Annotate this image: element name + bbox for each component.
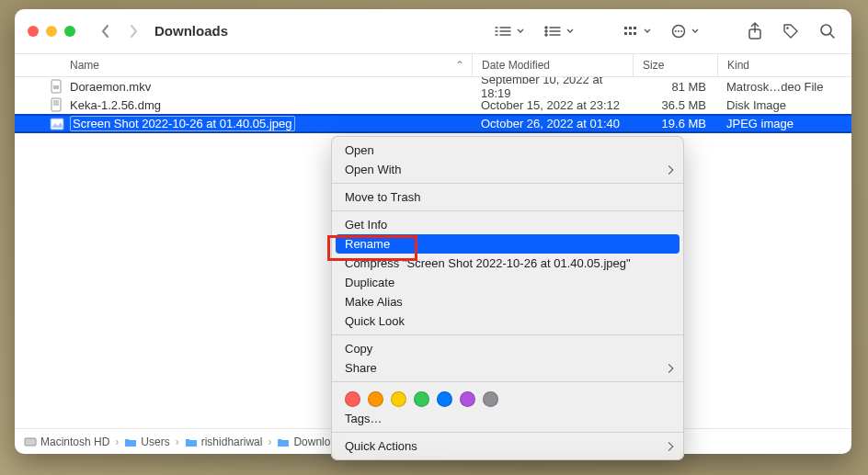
menu-share[interactable]: Share xyxy=(332,358,683,378)
svg-rect-13 xyxy=(629,27,632,29)
crumb-label: rishidhariwal xyxy=(201,435,263,448)
context-menu: Open Open With Move to Trash Get Info Re… xyxy=(331,136,684,460)
chevron-down-icon xyxy=(644,28,651,34)
menu-separator xyxy=(332,183,683,184)
svg-point-10 xyxy=(545,34,547,36)
column-header-date[interactable]: Date Modified xyxy=(472,54,633,76)
disk-icon xyxy=(24,435,37,448)
sort-asc-icon: ⌃ xyxy=(455,59,464,72)
file-size: 81 MB xyxy=(633,80,717,94)
file-name: Keka-1.2.56.dmg xyxy=(70,98,161,112)
menu-quick-look[interactable]: Quick Look xyxy=(332,311,683,331)
file-kind: Matrosk…deo File xyxy=(717,80,851,94)
column-header-kind[interactable]: Kind xyxy=(717,54,851,76)
column-name-label: Name xyxy=(70,59,99,72)
path-crumb[interactable]: rishidhariwal xyxy=(185,435,263,448)
svg-rect-12 xyxy=(624,27,627,29)
file-row-selected[interactable]: Screen Shot 2022-10-26 at 01.40.05.jpeg … xyxy=(15,114,851,133)
file-kind: JPEG image xyxy=(717,117,851,130)
zoom-button[interactable] xyxy=(64,26,75,37)
svg-line-25 xyxy=(830,34,834,38)
file-row[interactable]: Keka-1.2.56.dmg October 15, 2022 at 23:1… xyxy=(15,96,851,114)
menu-label: Quick Actions xyxy=(345,439,417,453)
menu-open-with[interactable]: Open With xyxy=(332,160,683,179)
close-button[interactable] xyxy=(28,26,39,37)
search-button[interactable] xyxy=(813,18,842,44)
menu-make-alias[interactable]: Make Alias xyxy=(332,292,683,311)
menu-duplicate[interactable]: Duplicate xyxy=(332,273,683,292)
file-date: September 10, 2022 at 18:19 xyxy=(472,77,633,100)
menu-quick-actions[interactable]: Quick Actions xyxy=(332,436,683,456)
path-crumb[interactable]: Users xyxy=(124,435,169,448)
menu-copy[interactable]: Copy xyxy=(332,339,683,358)
menu-separator xyxy=(332,381,683,382)
image-file-icon xyxy=(50,117,64,131)
share-button[interactable] xyxy=(741,18,769,44)
toolbar: Downloads xyxy=(15,9,851,53)
folder-icon xyxy=(185,435,198,448)
file-date: October 26, 2022 at 01:40 xyxy=(472,117,633,130)
chevron-down-icon xyxy=(517,28,524,34)
tag-yellow[interactable] xyxy=(391,391,406,407)
menu-label: Quick Look xyxy=(345,314,405,328)
menu-rename[interactable]: Rename xyxy=(336,234,680,254)
folder-icon xyxy=(124,435,137,448)
svg-rect-27 xyxy=(53,85,59,89)
back-button[interactable] xyxy=(96,21,116,41)
menu-separator xyxy=(332,334,683,335)
menu-open[interactable]: Open xyxy=(332,141,683,160)
svg-point-23 xyxy=(786,27,788,28)
tag-orange[interactable] xyxy=(368,391,383,407)
file-size: 19.6 MB xyxy=(633,117,717,130)
svg-rect-14 xyxy=(634,27,636,29)
svg-point-6 xyxy=(545,27,547,28)
menu-label: Get Info xyxy=(345,218,387,232)
svg-rect-15 xyxy=(624,32,627,35)
column-header-size[interactable]: Size xyxy=(633,54,717,76)
video-file-icon xyxy=(50,79,64,94)
tag-red[interactable] xyxy=(345,391,360,407)
svg-point-20 xyxy=(678,30,680,32)
group-button[interactable] xyxy=(537,20,579,42)
menu-get-info[interactable]: Get Info xyxy=(332,215,683,234)
menu-label: Move to Trash xyxy=(345,190,420,204)
chevron-down-icon xyxy=(691,28,699,34)
crumb-label: Users xyxy=(141,435,169,448)
svg-point-21 xyxy=(680,30,682,32)
column-header-name[interactable]: Name⌃ xyxy=(15,59,472,72)
menu-tags[interactable]: Tags… xyxy=(332,409,683,428)
file-date: October 15, 2022 at 23:12 xyxy=(472,98,633,112)
action-button[interactable] xyxy=(664,19,704,43)
tag-green[interactable] xyxy=(414,391,429,407)
dmg-file-icon xyxy=(50,97,64,112)
minimize-button[interactable] xyxy=(46,26,57,37)
folder-icon xyxy=(277,435,290,448)
arrange-button[interactable] xyxy=(616,20,657,42)
tag-blue[interactable] xyxy=(437,391,452,407)
menu-label: Tags… xyxy=(345,412,382,425)
menu-compress[interactable]: Compress "Screen Shot 2022-10-26 at 01.4… xyxy=(332,254,683,273)
chevron-down-icon xyxy=(566,28,574,34)
tag-gray[interactable] xyxy=(483,391,498,407)
menu-label: Copy xyxy=(345,342,372,356)
column-date-label: Date Modified xyxy=(482,59,550,72)
menu-separator xyxy=(332,210,683,211)
tags-button[interactable] xyxy=(776,18,805,44)
svg-rect-17 xyxy=(634,32,636,35)
svg-point-24 xyxy=(821,25,831,35)
chevron-right-icon: › xyxy=(174,435,181,448)
menu-label: Compress "Screen Shot 2022-10-26 at 01.4… xyxy=(345,256,631,270)
menu-separator xyxy=(332,432,683,433)
menu-move-to-trash[interactable]: Move to Trash xyxy=(332,187,683,207)
forward-button[interactable] xyxy=(123,21,143,41)
column-kind-label: Kind xyxy=(727,59,749,72)
view-icons-button[interactable] xyxy=(487,20,530,42)
column-headers: Name⌃ Date Modified Size Kind xyxy=(15,53,851,77)
svg-point-19 xyxy=(675,30,677,32)
menu-label: Duplicate xyxy=(345,276,394,289)
chevron-right-icon: › xyxy=(113,435,120,448)
tag-purple[interactable] xyxy=(460,391,475,407)
svg-rect-16 xyxy=(629,32,632,35)
path-crumb[interactable]: Macintosh HD xyxy=(24,435,109,448)
file-row[interactable]: Doraemon.mkv September 10, 2022 at 18:19… xyxy=(15,77,851,96)
